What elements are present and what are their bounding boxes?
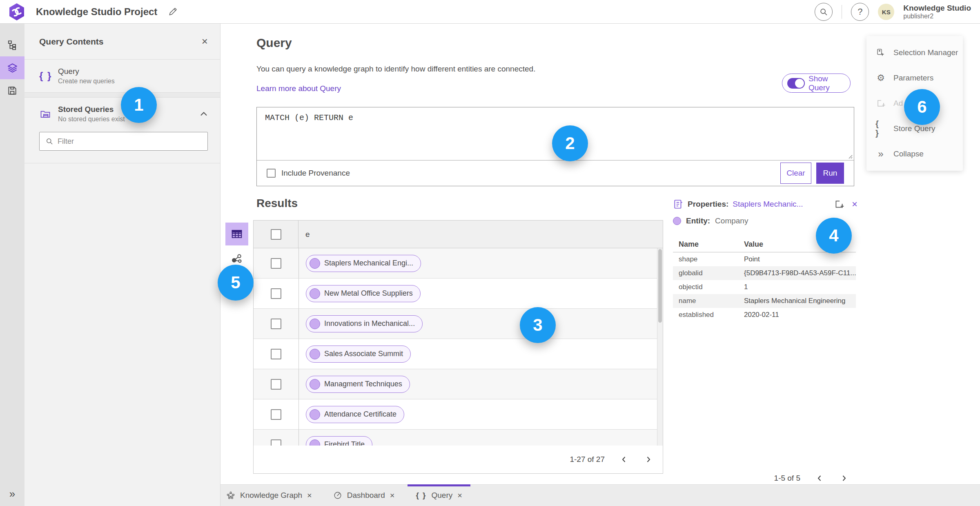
chevron-up-icon[interactable] (200, 111, 208, 117)
run-button[interactable]: Run (816, 163, 844, 184)
collapse-icon: » (875, 148, 886, 160)
tab-dashboard[interactable]: Dashboard × (323, 485, 405, 506)
left-icon-rail: » (0, 24, 24, 506)
sidebar-item-save[interactable] (0, 79, 24, 102)
prev-page-icon[interactable] (619, 454, 629, 465)
menu-item-parameters[interactable]: ⚙ Parameters (866, 65, 963, 91)
toggle-switch[interactable] (787, 78, 805, 89)
entity-pill[interactable]: Sales Associate Summit (306, 346, 411, 363)
edit-title-icon[interactable] (168, 7, 178, 17)
row-checkbox[interactable] (271, 409, 281, 420)
property-row[interactable]: objectid 1 (673, 280, 856, 294)
stored-queries-subtitle: No stored queries exist (58, 116, 125, 123)
prop-name: established (673, 311, 737, 319)
next-page-icon[interactable] (643, 454, 654, 465)
close-panel-icon[interactable]: × (202, 35, 208, 48)
property-row[interactable]: shape Point (673, 252, 856, 266)
entity-pill[interactable]: New Metal Office Suppliers (306, 285, 421, 302)
table-row[interactable]: Firebird Title (254, 430, 663, 446)
scrollbar-thumb[interactable] (658, 249, 662, 323)
row-checkbox[interactable] (271, 288, 281, 299)
query-description: You can query a knowledge graph to ident… (256, 65, 535, 74)
show-query-label: Show Query (808, 74, 850, 92)
entity-pill[interactable]: Managment Techniques (306, 376, 410, 393)
table-row[interactable]: Innovations in Mechanical... (254, 309, 663, 339)
learn-more-link[interactable]: Learn more about Query (256, 84, 341, 93)
table-row[interactable]: Managment Techniques (254, 369, 663, 399)
include-provenance-label: Include Provenance (281, 169, 350, 178)
entity-dot-icon (310, 258, 320, 269)
tab-query[interactable]: { } Query × (405, 485, 473, 506)
next-page-icon[interactable] (839, 473, 849, 484)
user-block[interactable]: Knowledge Studio publisher2 (903, 4, 971, 20)
sidebar-item-layers[interactable] (0, 56, 24, 79)
filter-search-icon (45, 137, 53, 145)
properties-entity-link[interactable]: Staplers Mechanic... (733, 200, 803, 209)
tab-label: Dashboard (347, 491, 385, 500)
menu-item-selection-manager[interactable]: Selection Manager (866, 40, 963, 65)
entity-pill[interactable]: Attendance Certificate (306, 406, 404, 423)
filter-input[interactable] (58, 137, 202, 146)
results-table: e Staplers Mechanical Engi... New Metal … (253, 220, 663, 474)
table-row[interactable]: New Metal Office Suppliers (254, 279, 663, 309)
resize-handle[interactable] (847, 153, 853, 159)
panel-title: Query Contents (39, 37, 104, 47)
close-properties-icon[interactable]: × (852, 199, 858, 209)
avatar[interactable]: KS (878, 4, 894, 20)
add-to-frame-icon[interactable] (834, 199, 844, 210)
query-item[interactable]: { } Query Create new queries (24, 60, 220, 93)
close-tab-icon[interactable]: × (390, 491, 395, 500)
property-row[interactable]: globalid {5D9B4713-F98D-4A53-A59F-C11... (673, 266, 856, 280)
row-checkbox[interactable] (271, 319, 281, 329)
row-checkbox[interactable] (271, 439, 281, 446)
results-pagination-text: 1-27 of 27 (570, 455, 605, 464)
property-row[interactable]: name Staplers Mechanical Engineering (673, 294, 856, 308)
properties-icon (673, 198, 684, 210)
annotation-circle-5: 5 (218, 265, 254, 301)
query-section-title: Query (256, 36, 292, 50)
prop-value: 1 (737, 283, 856, 291)
query-text[interactable]: MATCH (e) RETURN e (265, 113, 846, 123)
property-row[interactable]: established 2020-02-11 (673, 308, 856, 322)
entity-pill[interactable]: Innovations in Mechanical... (306, 315, 423, 332)
entity-pill-label: Innovations in Mechanical... (324, 319, 415, 328)
search-button[interactable] (815, 3, 833, 21)
row-checkbox[interactable] (271, 349, 281, 359)
graph-view-toggle[interactable] (230, 252, 243, 265)
menu-item-label: Parameters (893, 74, 933, 82)
close-tab-icon[interactable]: × (457, 491, 462, 500)
filter-field[interactable] (39, 132, 208, 151)
table-row[interactable]: Sales Associate Summit (254, 339, 663, 369)
help-button[interactable]: ? (851, 3, 869, 21)
results-scrollbar[interactable] (657, 248, 663, 446)
tab-knowledge-graph[interactable]: Knowledge Graph × (216, 485, 323, 506)
expand-rail-button[interactable]: » (0, 488, 24, 500)
table-view-toggle[interactable] (225, 223, 248, 245)
sidebar-item-hierarchy[interactable] (0, 33, 24, 56)
annotation-circle-2: 2 (552, 125, 588, 161)
row-checkbox[interactable] (271, 379, 281, 390)
properties-pagination: 1-5 of 5 (774, 473, 849, 484)
row-checkbox[interactable] (271, 258, 281, 269)
select-all-checkbox[interactable] (271, 229, 281, 240)
braces-icon: { } (39, 70, 58, 82)
results-title: Results (256, 197, 298, 210)
table-row[interactable]: Staplers Mechanical Engi... (254, 248, 663, 279)
close-tab-icon[interactable]: × (307, 491, 312, 500)
prop-name: objectid (673, 283, 737, 291)
braces-icon: { } (416, 491, 426, 500)
menu-item-collapse[interactable]: » Collapse (866, 141, 963, 167)
column-header-e[interactable]: e (298, 230, 310, 239)
main-content: Query You can query a knowledge graph to… (220, 24, 980, 484)
search-icon (819, 7, 828, 16)
entity-pill[interactable]: Staplers Mechanical Engi... (306, 255, 421, 272)
clear-button[interactable]: Clear (780, 163, 811, 184)
show-query-toggle[interactable]: Show Query (782, 74, 851, 93)
entity-pill[interactable]: Firebird Title (306, 436, 372, 446)
prev-page-icon[interactable] (814, 473, 825, 484)
table-row[interactable]: Attendance Certificate (254, 399, 663, 430)
include-provenance-checkbox[interactable] (267, 169, 276, 178)
properties-pagination-text: 1-5 of 5 (774, 474, 800, 483)
app-logo-icon (8, 3, 25, 21)
table-icon (231, 228, 243, 240)
